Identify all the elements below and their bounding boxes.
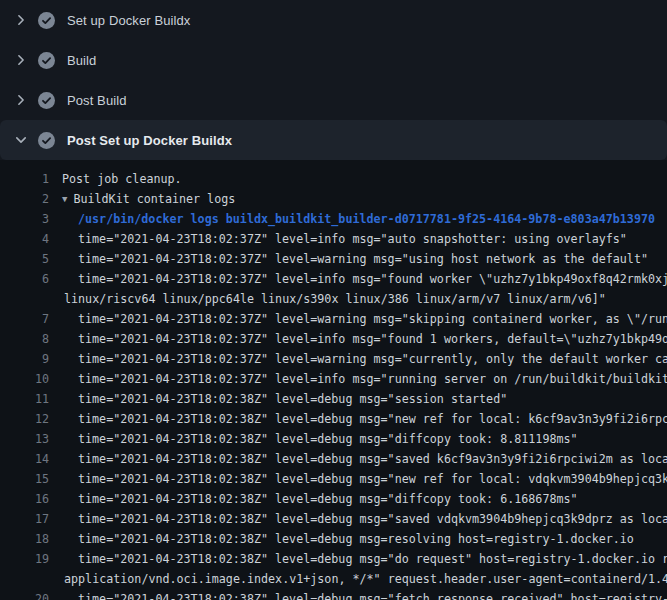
log-line: 18 time="2021-04-23T18:02:38Z" level=deb… — [0, 529, 667, 549]
line-number[interactable]: 14 — [0, 449, 49, 469]
line-text: time="2021-04-23T18:02:38Z" level=debug … — [78, 529, 634, 549]
line-text: time="2021-04-23T18:02:38Z" level=debug … — [78, 549, 667, 569]
line-text: time="2021-04-23T18:02:37Z" level=info m… — [78, 369, 667, 389]
log-line: 11 time="2021-04-23T18:02:38Z" level=deb… — [0, 389, 667, 409]
log-line: 19 time="2021-04-23T18:02:38Z" level=deb… — [0, 549, 667, 569]
line-number[interactable]: 6 — [0, 269, 49, 289]
log-line: 2 ▼BuildKit container logs — [0, 189, 667, 209]
check-circle-icon — [38, 92, 55, 109]
log-line: 10 time="2021-04-23T18:02:37Z" level=inf… — [0, 369, 667, 389]
step-label: Set up Docker Buildx — [67, 13, 190, 28]
line-text: /usr/bin/docker logs buildx_buildkit_bui… — [78, 209, 655, 229]
group-label: BuildKit container logs — [73, 192, 235, 206]
line-text: time="2021-04-23T18:02:38Z" level=debug … — [78, 469, 667, 489]
line-text: time="2021-04-23T18:02:38Z" level=debug … — [78, 509, 667, 529]
step-label: Build — [67, 53, 96, 68]
line-number[interactable]: 2 — [0, 189, 49, 209]
line-text: time="2021-04-23T18:02:38Z" level=debug … — [78, 409, 667, 429]
line-text: application/vnd.oci.image.index.v1+json,… — [64, 569, 667, 589]
line-text: time="2021-04-23T18:02:38Z" level=debug … — [78, 589, 667, 600]
line-number[interactable]: 16 — [0, 489, 49, 509]
line-text: time="2021-04-23T18:02:37Z" level=warnin… — [78, 249, 648, 269]
chevron-right-icon — [13, 12, 29, 28]
line-number[interactable] — [0, 569, 49, 589]
line-number[interactable]: 15 — [0, 469, 49, 489]
step-label: Post Build — [67, 93, 127, 108]
line-text: time="2021-04-23T18:02:37Z" level=info m… — [78, 329, 667, 349]
line-text: Post job cleanup. — [62, 169, 182, 189]
log-line: 9 time="2021-04-23T18:02:37Z" level=warn… — [0, 349, 667, 369]
check-circle-icon — [38, 12, 55, 29]
check-circle-icon — [38, 52, 55, 69]
log-line: 12 time="2021-04-23T18:02:38Z" level=deb… — [0, 409, 667, 429]
line-number[interactable]: 7 — [0, 309, 49, 329]
line-number[interactable]: 4 — [0, 229, 49, 249]
chevron-down-icon — [13, 132, 29, 148]
check-circle-icon — [38, 132, 55, 149]
line-text: ▼BuildKit container logs — [62, 189, 235, 209]
line-text: time="2021-04-23T18:02:37Z" level=info m… — [78, 229, 627, 249]
line-text: time="2021-04-23T18:02:37Z" level=warnin… — [78, 309, 667, 329]
line-text: time="2021-04-23T18:02:38Z" level=debug … — [78, 449, 667, 469]
log-line: 14 time="2021-04-23T18:02:38Z" level=deb… — [0, 449, 667, 469]
chevron-right-icon — [13, 52, 29, 68]
log-line: 5 time="2021-04-23T18:02:37Z" level=warn… — [0, 249, 667, 269]
step-row[interactable]: Build — [0, 40, 667, 80]
log-line: 15 time="2021-04-23T18:02:38Z" level=deb… — [0, 469, 667, 489]
line-number[interactable]: 17 — [0, 509, 49, 529]
line-number[interactable] — [0, 289, 49, 309]
steps-list: Set up Docker Buildx Build P — [0, 0, 667, 160]
step-row[interactable]: Post Build — [0, 80, 667, 120]
log-line: 3 /usr/bin/docker logs buildx_buildkit_b… — [0, 209, 667, 229]
group-toggle-arrow-icon[interactable]: ▼ — [62, 189, 67, 209]
line-text: time="2021-04-23T18:02:38Z" level=debug … — [78, 429, 578, 449]
workflow-log-viewer: Set up Docker Buildx Build P — [0, 0, 667, 600]
line-text: time="2021-04-23T18:02:38Z" level=debug … — [78, 489, 578, 509]
step-row[interactable]: Set up Docker Buildx — [0, 0, 667, 40]
line-text: time="2021-04-23T18:02:37Z" level=warnin… — [78, 349, 667, 369]
line-text: time="2021-04-23T18:02:37Z" level=info m… — [78, 269, 667, 289]
line-number[interactable]: 19 — [0, 549, 49, 569]
line-number[interactable]: 13 — [0, 429, 49, 449]
log-line: 6 time="2021-04-23T18:02:37Z" level=info… — [0, 269, 667, 289]
line-number[interactable]: 5 — [0, 249, 49, 269]
log-line: 13 time="2021-04-23T18:02:38Z" level=deb… — [0, 429, 667, 449]
line-number[interactable]: 10 — [0, 369, 49, 389]
step-row[interactable]: Post Set up Docker Buildx — [0, 120, 667, 160]
log-area: 1 Post job cleanup. 2 ▼BuildKit containe… — [0, 160, 667, 600]
line-text: linux/riscv64 linux/ppc64le linux/s390x … — [64, 289, 606, 309]
line-number[interactable]: 3 — [0, 209, 49, 229]
line-number[interactable]: 1 — [0, 169, 49, 189]
log-line: application/vnd.oci.image.index.v1+json,… — [0, 569, 667, 589]
step-label: Post Set up Docker Buildx — [67, 133, 232, 148]
line-text: time="2021-04-23T18:02:38Z" level=debug … — [78, 389, 507, 409]
line-number[interactable]: 8 — [0, 329, 49, 349]
log-line: 17 time="2021-04-23T18:02:38Z" level=deb… — [0, 509, 667, 529]
log-line: 1 Post job cleanup. — [0, 169, 667, 189]
chevron-right-icon — [13, 92, 29, 108]
log-line: linux/riscv64 linux/ppc64le linux/s390x … — [0, 289, 667, 309]
line-number[interactable]: 11 — [0, 389, 49, 409]
log-line: 4 time="2021-04-23T18:02:37Z" level=info… — [0, 229, 667, 249]
line-number[interactable]: 12 — [0, 409, 49, 429]
line-number[interactable]: 18 — [0, 529, 49, 549]
log-line: 20 time="2021-04-23T18:02:38Z" level=deb… — [0, 589, 667, 600]
line-number[interactable]: 20 — [0, 589, 49, 600]
log-line: 8 time="2021-04-23T18:02:37Z" level=info… — [0, 329, 667, 349]
line-number[interactable]: 9 — [0, 349, 49, 369]
log-line: 7 time="2021-04-23T18:02:37Z" level=warn… — [0, 309, 667, 329]
log-line: 16 time="2021-04-23T18:02:38Z" level=deb… — [0, 489, 667, 509]
